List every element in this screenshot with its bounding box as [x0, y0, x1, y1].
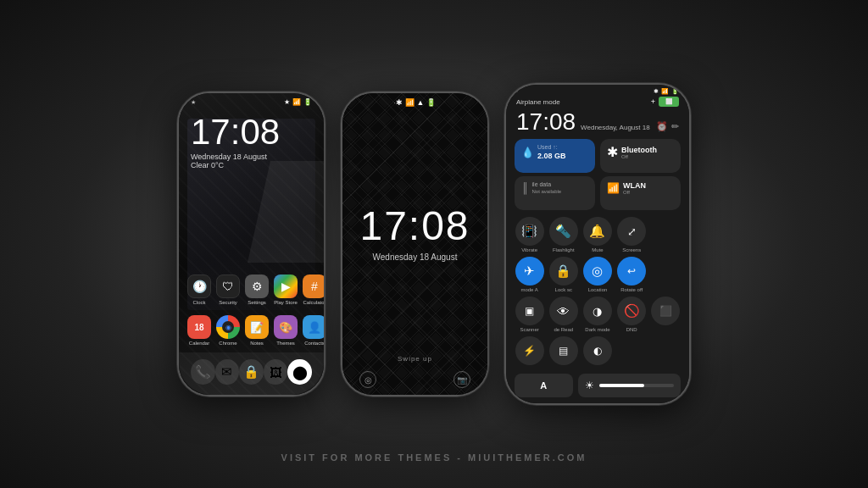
- cc-edit-icon[interactable]: ✏: [671, 121, 679, 132]
- playstore-app-icon: ▶: [281, 280, 291, 293]
- security-app-icon: 🛡: [222, 280, 234, 293]
- cc-mute-btn[interactable]: 🔔: [583, 217, 612, 246]
- dock-gallery[interactable]: 🖼: [264, 359, 288, 385]
- app-chrome[interactable]: ◉ Chrome: [216, 315, 240, 346]
- settings-label: Settings: [248, 300, 266, 305]
- security-label: Security: [219, 300, 237, 305]
- cc-battery-wrap: ⬛: [651, 297, 681, 332]
- cc-bluetooth-icon: ✱: [607, 144, 618, 160]
- cc-airplane-label: mode A: [520, 287, 537, 292]
- lock-flashlight-icon[interactable]: ◎: [359, 371, 376, 388]
- cc-charge-wrap: ⚡: [515, 336, 544, 365]
- cc-darkmode-wrap: ◑ Dark mode: [582, 297, 612, 332]
- cc-rotate-label: Rotate off: [620, 287, 643, 292]
- cc-brightness-track: [599, 384, 674, 387]
- cc-header: · ✱ 📶 🔋: [506, 85, 689, 97]
- cc-mobile-icon: ║: [521, 182, 529, 194]
- cc-nfc-btn[interactable]: ◐: [583, 336, 612, 365]
- cc-flashlight-label: Flashlight: [553, 247, 575, 252]
- clock-label: Clock: [192, 300, 205, 305]
- cc-data-tile[interactable]: 💧 Used ↑: 2.08 GB: [515, 139, 595, 173]
- cc-airplane-btn[interactable]: ✈: [515, 257, 544, 286]
- app-calendar[interactable]: 18 Calendar: [187, 315, 211, 346]
- cc-screens-btn[interactable]: ⤢: [617, 217, 646, 246]
- app-themes[interactable]: 🎨 Themes: [274, 315, 298, 346]
- phone-lockscreen: · ✱ 📶 ▲ 🔋 17:08 Wednesday 18 August Swip…: [341, 92, 489, 396]
- lock-date: Wednesday 18 August: [373, 252, 458, 262]
- cc-alarm-icon[interactable]: ⏰: [656, 121, 668, 132]
- battery-icon: 🔋: [303, 98, 312, 106]
- cc-reader-label: de Read: [554, 327, 573, 332]
- cc-dnd-label: DND: [626, 327, 637, 332]
- swipe-up-text: Swipe up: [398, 355, 432, 363]
- app-dock: 📞 ✉ 🔒 🖼 ⬤: [179, 352, 324, 395]
- app-security[interactable]: 🛡 Security: [216, 274, 240, 305]
- notes-app-icon: 📝: [250, 321, 264, 334]
- cc-edit-icons: ⏰ ✏: [656, 121, 679, 132]
- cc-screens-label: Screens: [622, 247, 641, 252]
- cc-wlan-sub: Off: [623, 190, 646, 195]
- cc-airplane-label: Airplane mode: [516, 98, 560, 106]
- cc-lockscreen-label: Lock sc: [555, 287, 572, 292]
- cc-top-action-icons: + ⬜: [651, 97, 679, 107]
- lock-camera-icon[interactable]: 📷: [453, 371, 470, 388]
- cc-location-btn[interactable]: ◎: [583, 257, 612, 286]
- cc-battery-btn[interactable]: ⬛: [651, 297, 680, 325]
- cc-lockscreen-btn[interactable]: 🔒: [549, 257, 578, 286]
- cc-add-icon[interactable]: +: [651, 97, 655, 106]
- dock-lock[interactable]: 🔒: [239, 359, 264, 385]
- cc-font-btn[interactable]: A: [515, 374, 573, 397]
- cc-wlan-title: WLAN: [623, 181, 646, 190]
- cc-date: Wednesday, August 18: [581, 124, 650, 131]
- app-notes[interactable]: 📝 Notes: [245, 315, 269, 346]
- cc-scanner-wrap: ▣ Scanner: [515, 297, 544, 332]
- cc-scanner-btn[interactable]: ▣: [515, 297, 544, 325]
- cc-vibrate-btn[interactable]: 📳: [515, 217, 544, 246]
- calendar-label: Calendar: [189, 341, 209, 346]
- cc-rotate-wrap: ↩ Rotate off: [617, 257, 647, 292]
- playstore-label: Play Store: [274, 300, 298, 305]
- app-clock[interactable]: 🕐 Clock: [187, 274, 211, 305]
- cc-data-label: Used ↑:: [537, 144, 566, 150]
- cc-mobile-label: ile data: [532, 181, 562, 187]
- time-indicator: ★: [191, 99, 196, 106]
- app-row-1: 🕐 Clock 🛡 Security ⚙ Settings ▶: [179, 271, 324, 308]
- cc-cast-wrap: ▤: [548, 336, 578, 365]
- app-contacts[interactable]: 👤 Contacts: [303, 315, 326, 346]
- calc-app-icon: #: [311, 280, 318, 293]
- cc-brightness-slider[interactable]: ☀: [578, 374, 681, 397]
- cc-mute-wrap: 🔔 Mute: [582, 217, 612, 252]
- themes-label: Themes: [276, 341, 295, 346]
- app-calculator[interactable]: # Calculator: [303, 274, 326, 305]
- cc-flashlight-btn[interactable]: 🔦: [549, 217, 578, 246]
- dock-camera[interactable]: ⬤: [287, 359, 312, 385]
- calendar-app-icon: 18: [194, 323, 203, 332]
- cc-location-wrap: ◎ Location: [582, 257, 612, 292]
- cc-tiles-row-2: ║ ile data Not available 📶 WLAN Off: [506, 176, 689, 214]
- cc-wlan-tile[interactable]: 📶 WLAN Off: [600, 176, 681, 210]
- dock-messages[interactable]: ✉: [215, 359, 240, 385]
- notes-label: Notes: [250, 341, 264, 346]
- phone-control-center: · ✱ 📶 🔋 Airplane mode + ⬜ 17:08 Wednesda…: [504, 83, 691, 405]
- cc-font-icon: A: [540, 380, 547, 391]
- cc-brightness-fill: [599, 384, 644, 387]
- cc-cast-btn[interactable]: ▤: [549, 336, 578, 365]
- cc-bluetooth-tile[interactable]: ✱ Bluetooth Off: [600, 139, 681, 173]
- app-settings[interactable]: ⚙ Settings: [245, 274, 269, 305]
- cc-reader-btn[interactable]: 👁: [549, 297, 578, 325]
- cc-dnd-btn[interactable]: 🚫: [617, 297, 646, 325]
- cc-reader-wrap: 👁 de Read: [548, 297, 578, 332]
- dock-phone[interactable]: 📞: [191, 359, 215, 385]
- cc-time-row: 17:08 Wednesday, August 18 ⏰ ✏: [506, 108, 689, 136]
- app-playstore[interactable]: ▶ Play Store: [274, 274, 298, 305]
- cc-empty-1: [651, 217, 680, 252]
- cc-mobile-data-tile[interactable]: ║ ile data Not available: [515, 176, 595, 210]
- cc-rotate-btn[interactable]: ↩: [617, 257, 646, 286]
- watermark: VISIT FOR MORE THEMES - MIUITHEMER.COM: [281, 452, 587, 463]
- cc-charge-btn[interactable]: ⚡: [515, 336, 544, 365]
- phone-homescreen: ★ ★ 📶 🔋 17:08 Wednesday 18 August Clear …: [177, 92, 326, 396]
- cc-vibrate-label: Vibrate: [521, 247, 537, 252]
- calc-label: Calculator: [303, 300, 326, 305]
- cc-darkmode-btn[interactable]: ◑: [583, 297, 612, 325]
- lock-status-icons: ✱ 📶 ▲ 🔋: [396, 98, 437, 107]
